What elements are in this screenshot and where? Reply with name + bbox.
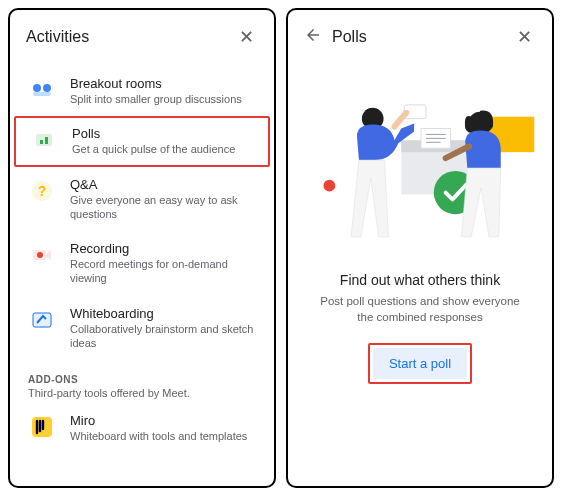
addon-item-miro[interactable]: Miro Whiteboard with tools and templates	[10, 403, 274, 453]
svg-point-10	[37, 252, 43, 258]
item-sub: Give everyone an easy way to ask questio…	[70, 193, 256, 222]
svg-rect-4	[40, 140, 43, 144]
svg-rect-5	[45, 137, 48, 144]
cta-highlight: Start a poll	[368, 343, 472, 384]
start-poll-button[interactable]: Start a poll	[373, 348, 467, 379]
item-sub: Collaboratively brainstorm and sketch id…	[70, 322, 256, 351]
recording-icon	[28, 241, 56, 269]
polls-header: Polls ✕	[288, 24, 552, 60]
item-title: Breakout rooms	[70, 76, 242, 91]
polls-promo: Find out what others think Post poll que…	[288, 262, 552, 384]
item-title: Miro	[70, 413, 247, 428]
breakout-icon	[28, 76, 56, 104]
qa-icon: ?	[28, 177, 56, 205]
promo-title: Find out what others think	[312, 272, 528, 288]
activities-header: Activities ✕	[10, 24, 274, 60]
close-icon[interactable]: ✕	[235, 24, 258, 50]
item-sub: Split into smaller group discussions	[70, 92, 242, 106]
polls-icon	[30, 126, 58, 154]
polls-panel: Polls ✕ Find out what others thin	[286, 8, 554, 488]
svg-text:?: ?	[38, 183, 47, 199]
close-icon[interactable]: ✕	[513, 24, 536, 50]
activities-panel: Activities ✕ Breakout rooms Split into s…	[8, 8, 276, 488]
polls-title: Polls	[332, 28, 367, 46]
svg-rect-3	[36, 134, 52, 146]
activity-item-recording[interactable]: Recording Record meetings for on-demand …	[10, 231, 274, 296]
polls-illustration	[288, 68, 552, 258]
activity-item-qa[interactable]: ? Q&A Give everyone an easy way to ask q…	[10, 167, 274, 232]
svg-rect-11	[33, 313, 51, 327]
addons-sub: Third-party tools offered by Meet.	[10, 387, 274, 403]
item-sub: Record meetings for on-demand viewing	[70, 257, 256, 286]
promo-sub: Post poll questions and show everyone th…	[312, 294, 528, 325]
item-title: Recording	[70, 241, 256, 256]
svg-point-1	[43, 84, 51, 92]
item-title: Q&A	[70, 177, 256, 192]
back-arrow-icon[interactable]	[304, 26, 322, 49]
activities-title: Activities	[26, 28, 89, 46]
miro-icon	[28, 413, 56, 441]
activity-item-polls[interactable]: Polls Get a quick pulse of the audience	[14, 116, 270, 166]
svg-point-21	[323, 180, 335, 192]
item-title: Polls	[72, 126, 235, 141]
item-title: Whiteboarding	[70, 306, 256, 321]
activities-list: Breakout rooms Split into smaller group …	[10, 60, 274, 454]
item-sub: Get a quick pulse of the audience	[72, 142, 235, 156]
whiteboarding-icon	[28, 306, 56, 334]
addons-label: ADD-ONS	[10, 360, 274, 387]
item-sub: Whiteboard with tools and templates	[70, 429, 247, 443]
activity-item-breakout[interactable]: Breakout rooms Split into smaller group …	[10, 66, 274, 116]
svg-marker-9	[46, 250, 51, 260]
activity-item-whiteboarding[interactable]: Whiteboarding Collaboratively brainstorm…	[10, 296, 274, 361]
svg-point-0	[33, 84, 41, 92]
svg-rect-2	[33, 92, 51, 96]
